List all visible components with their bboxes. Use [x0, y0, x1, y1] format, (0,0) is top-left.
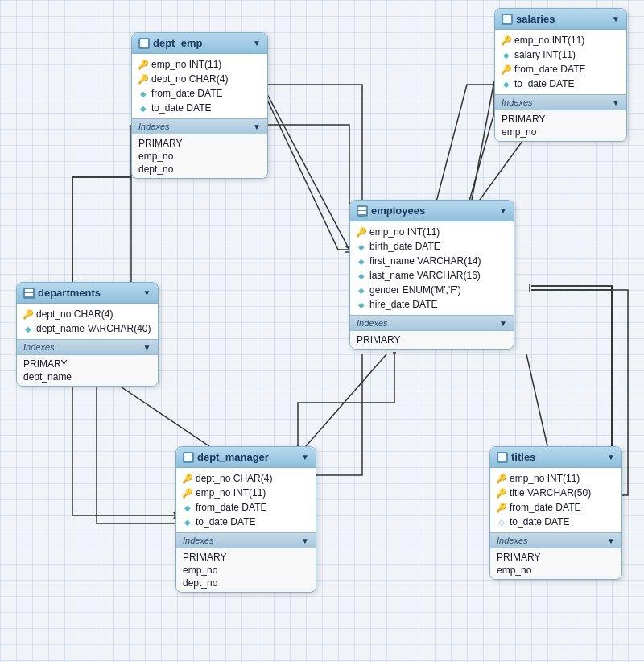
diamond-icon-2: ◆	[138, 89, 148, 98]
index-2-dept-manager: dept_no	[183, 577, 309, 590]
indexes-dropdown-dept-manager[interactable]: ▼	[301, 536, 309, 545]
table-employees[interactable]: employees ▼ 🔑 emp_no INT(11) ◆ birth_dat…	[349, 200, 514, 350]
table-dept-manager[interactable]: dept_manager ▼ 🔑 dept_no CHAR(4) 🔑 emp_n…	[175, 446, 316, 593]
field-name-s3: to_date DATE	[514, 78, 574, 89]
diamond-icon-dm2: ◆	[183, 503, 192, 512]
field-name-s2: from_date DATE	[514, 64, 585, 75]
table-dept-emp[interactable]: dept_emp ▼ 🔑 emp_no INT(11) 🔑 dept_no CH…	[131, 32, 268, 179]
table-header-dept-emp[interactable]: dept_emp ▼	[132, 33, 267, 54]
diamond-icon-s1: ◆	[502, 50, 511, 60]
table-icon-dept-manager	[183, 452, 194, 463]
indexes-label-dept-manager: Indexes	[183, 536, 214, 545]
diamond-icon-e2: ◆	[357, 256, 366, 266]
fields-salaries: 🔑 emp_no INT(11) ◆ salary INT(11) 🔑 from…	[495, 30, 626, 94]
table-icon-dept-emp	[138, 38, 150, 49]
field-titles-0: 🔑 emp_no INT(11)	[490, 471, 621, 486]
index-0-dept-manager: PRIMARY	[183, 551, 309, 564]
index-1-titles: emp_no	[497, 564, 615, 577]
diamond-icon-t3: ◇	[497, 517, 506, 527]
table-header-employees[interactable]: employees ▼	[350, 201, 514, 221]
table-header-departments[interactable]: departments ▼	[17, 283, 158, 304]
field-titles-2: 🔑 from_date DATE	[490, 500, 621, 515]
svg-rect-34	[25, 289, 33, 292]
field-dept-manager-0: 🔑 dept_no CHAR(4)	[176, 471, 316, 486]
key-icon-t0: 🔑	[497, 474, 506, 483]
indexes-header-departments[interactable]: Indexes ▼	[17, 339, 158, 355]
key-unique-t2: 🔑	[497, 503, 506, 512]
table-icon-salaries	[502, 14, 513, 25]
svg-rect-28	[140, 39, 148, 43]
indexes-header-employees[interactable]: Indexes ▼	[350, 315, 514, 331]
field-employees-3: ◆ last_name VARCHAR(16)	[350, 268, 514, 283]
key-icon-1: 🔑	[138, 74, 148, 84]
table-header-salaries[interactable]: salaries ▼	[495, 9, 626, 30]
table-salaries[interactable]: salaries ▼ 🔑 emp_no INT(11) ◆ salary INT…	[494, 8, 627, 142]
field-name-e5: hire_date DATE	[369, 299, 438, 310]
field-name-t2: from_date DATE	[510, 502, 580, 513]
field-name-t0: emp_no INT(11)	[510, 473, 580, 484]
dropdown-arrow-dept-manager[interactable]: ▼	[301, 453, 309, 461]
indexes-header-titles[interactable]: Indexes ▼	[490, 532, 621, 548]
field-titles-1: 🔑 title VARCHAR(50)	[490, 486, 621, 500]
dropdown-arrow-salaries[interactable]: ▼	[612, 14, 620, 23]
field-salaries-2: 🔑 from_date DATE	[495, 62, 626, 77]
indexes-dropdown-departments[interactable]: ▼	[143, 343, 151, 352]
indexes-dropdown-dept-emp[interactable]: ▼	[253, 122, 261, 131]
field-name-d0: dept_no CHAR(4)	[36, 308, 113, 320]
table-titles[interactable]: titles ▼ 🔑 emp_no INT(11) 🔑 title VARCHA…	[489, 446, 622, 580]
fields-employees: 🔑 emp_no INT(11) ◆ birth_date DATE ◆ fir…	[350, 221, 514, 315]
field-name-0: emp_no INT(11)	[151, 59, 221, 70]
field-dept-emp-0: 🔑 emp_no INT(11)	[132, 57, 267, 72]
key-icon-dm1: 🔑	[183, 488, 192, 498]
index-2-dept-emp: dept_no	[138, 163, 261, 176]
key-unique-t1: 🔑	[497, 488, 506, 498]
field-dept-emp-1: 🔑 dept_no CHAR(4)	[132, 72, 267, 86]
indexes-label-salaries: Indexes	[502, 97, 533, 107]
index-0-dept-emp: PRIMARY	[138, 137, 261, 150]
indexes-content-dept-manager: PRIMARY emp_no dept_no	[176, 548, 316, 592]
key-unique-s2: 🔑	[502, 64, 511, 74]
svg-line-4	[526, 354, 547, 446]
indexes-dropdown-employees[interactable]: ▼	[499, 319, 507, 328]
svg-line-0	[260, 81, 349, 250]
field-name-e2: first_name VARCHAR(14)	[369, 255, 481, 267]
indexes-header-dept-manager[interactable]: Indexes ▼	[176, 532, 316, 548]
field-employees-5: ◆ hire_date DATE	[350, 297, 514, 312]
diamond-icon-e4: ◆	[357, 285, 366, 295]
field-titles-3: ◇ to_date DATE	[490, 515, 621, 529]
table-title-dept-manager: dept_manager	[197, 451, 298, 463]
indexes-label-departments: Indexes	[23, 342, 55, 352]
table-header-titles[interactable]: titles ▼	[490, 447, 621, 468]
indexes-header-salaries[interactable]: Indexes ▼	[495, 94, 626, 110]
dropdown-arrow-departments[interactable]: ▼	[143, 288, 151, 297]
field-dept-manager-1: 🔑 emp_no INT(11)	[176, 486, 316, 500]
table-title-salaries: salaries	[516, 13, 609, 25]
fields-dept-manager: 🔑 dept_no CHAR(4) 🔑 emp_no INT(11) ◆ fro…	[176, 468, 316, 532]
indexes-header-dept-emp[interactable]: Indexes ▼	[132, 118, 267, 134]
index-0-titles: PRIMARY	[497, 551, 615, 564]
indexes-dropdown-titles[interactable]: ▼	[607, 536, 615, 545]
key-unique-d0: 🔑	[23, 309, 33, 319]
index-0-departments: PRIMARY	[23, 358, 151, 370]
indexes-label-titles: Indexes	[497, 536, 528, 545]
indexes-content-employees: PRIMARY	[350, 331, 514, 349]
table-icon-employees	[357, 205, 368, 217]
field-name-dm3: to_date DATE	[196, 516, 255, 528]
table-header-dept-manager[interactable]: dept_manager ▼	[176, 447, 316, 468]
dropdown-arrow-titles[interactable]: ▼	[607, 453, 615, 461]
table-title-dept-emp: dept_emp	[153, 37, 250, 49]
diamond-icon-d1: ◆	[23, 324, 33, 333]
key-icon-e0: 🔑	[357, 227, 366, 237]
svg-rect-36	[184, 453, 192, 457]
index-1-departments: dept_name	[23, 370, 151, 383]
field-name-dm1: emp_no INT(11)	[196, 487, 266, 499]
index-0-salaries: PRIMARY	[502, 113, 620, 126]
dropdown-arrow-dept-emp[interactable]: ▼	[253, 39, 261, 48]
table-departments[interactable]: departments ▼ 🔑 dept_no CHAR(4) ◆ dept_n…	[16, 282, 159, 387]
key-icon-s0: 🔑	[502, 35, 511, 45]
diamond-icon-dm3: ◆	[183, 517, 192, 527]
indexes-dropdown-salaries[interactable]: ▼	[612, 98, 620, 107]
table-title-titles: titles	[511, 451, 604, 463]
dropdown-arrow-employees[interactable]: ▼	[499, 206, 507, 215]
index-1-salaries: emp_no	[502, 126, 620, 139]
